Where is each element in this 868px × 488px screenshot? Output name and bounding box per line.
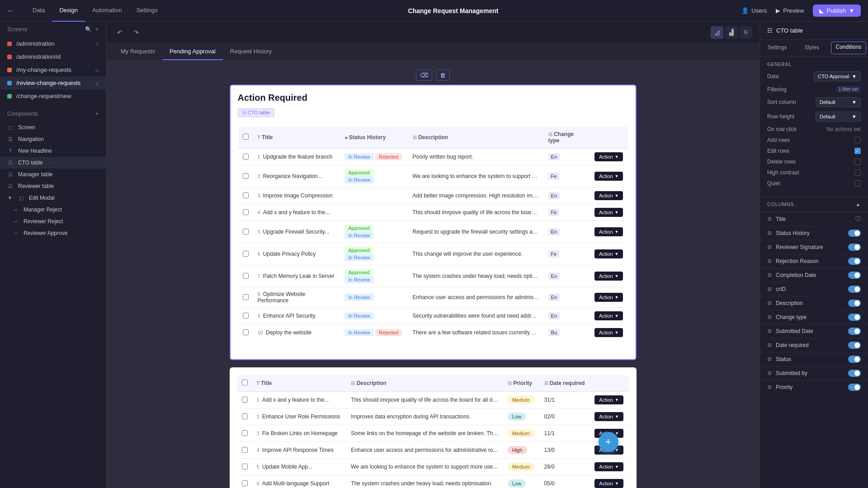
desktop-view-button[interactable]: ◿ [711,26,723,39]
sidebar-component-manager-table[interactable]: ☷ Manager table [0,169,106,180]
publish-button[interactable]: ◣ Publish ▼ [813,5,861,17]
action-button[interactable]: Action ▼ [594,328,623,337]
column-toggle[interactable] [848,300,861,307]
row-checkbox[interactable] [242,397,248,403]
redo-button[interactable]: ↷ [130,26,142,39]
row-checkbox[interactable] [242,480,248,486]
gear-icon[interactable]: ⚙ [767,384,772,390]
sort-column-select[interactable]: Default ▼ [816,97,861,107]
row-checkbox[interactable] [243,229,249,235]
duplicate-button[interactable]: ⌫ [416,70,432,81]
data-select[interactable]: CTO Approval ▼ [814,71,861,81]
sidebar-item-change-request-new[interactable]: /change-request/new [0,89,106,103]
info-icon[interactable]: ⓘ [855,215,861,223]
column-toggle[interactable] [848,342,861,349]
nav-tab-settings[interactable]: Settings [129,0,165,22]
users-button[interactable]: 👤 Users [741,7,767,14]
row-checkbox[interactable] [243,294,249,300]
page-tab-my-requests[interactable]: My Requests [113,43,162,60]
sidebar-component-manager-reject[interactable]: ─ Manager Reject [0,204,106,216]
gear-icon[interactable]: ⚙ [767,356,772,362]
row-checkbox[interactable] [243,173,249,179]
row-checkbox[interactable] [242,430,248,436]
sidebar-item-administration[interactable]: /administration ⌂ [0,37,106,50]
action-button[interactable]: Action ▼ [594,395,623,404]
high-contrast-checkbox[interactable] [854,169,861,176]
add-fab-button[interactable]: + [599,432,618,452]
row-checkbox[interactable] [243,209,249,215]
sidebar-item-my-change-requests[interactable]: /my-change-requests ⌂ [0,63,106,76]
sidebar-item-administration-id[interactable]: /administration/id [0,50,106,63]
sidebar-item-review-change-requests[interactable]: /review-change-requests ⌂ [0,76,106,89]
action-button[interactable]: Action ▼ [594,191,623,200]
column-toggle[interactable] [848,356,861,363]
page-tab-request-history[interactable]: Request History [223,43,279,60]
action-button[interactable]: Action ▼ [594,462,623,471]
gear-icon[interactable]: ⚙ [767,216,772,222]
gear-icon[interactable]: ⚙ [767,244,772,250]
action-button[interactable]: Action ▼ [594,172,623,181]
sidebar-component-cto-table[interactable]: ☷ CTO table ⋯ [0,157,106,169]
row-checkbox[interactable] [242,413,248,419]
action-button[interactable]: Action ▼ [594,311,623,320]
select-all-checkbox2[interactable] [242,380,248,385]
back-button[interactable]: ← [7,7,14,15]
add-rows-checkbox[interactable] [854,137,861,143]
sidebar-component-reviewer-reject[interactable]: ─ Reviewer Reject [0,216,106,227]
action-button[interactable]: Action ▼ [594,479,623,488]
gear-icon[interactable]: ⚙ [767,300,772,306]
row-checkbox[interactable] [243,273,249,279]
gear-icon[interactable]: ⚙ [767,370,772,376]
panel-tab-styles[interactable]: Styles [794,40,829,56]
column-toggle[interactable] [848,230,861,237]
action-button[interactable]: Action ▼ [594,249,623,258]
select-all-checkbox[interactable] [243,134,249,140]
action-button[interactable]: Action ▼ [594,208,623,217]
sidebar-component-edit-modal[interactable]: ▼ ▢ Edit Modal [0,192,106,204]
preview-button[interactable]: ▶ Preview [776,7,804,14]
panel-tab-settings[interactable]: Settings [760,40,794,56]
page-tab-pending-approval[interactable]: Pending Approval [162,43,223,60]
row-checkbox[interactable] [243,192,249,198]
edit-rows-checkbox[interactable]: ✓ [854,148,861,154]
column-toggle[interactable] [848,286,861,293]
nav-tab-automation[interactable]: Automation [85,0,129,22]
gear-icon[interactable]: ⚙ [767,328,772,334]
sidebar-component-navigation[interactable]: ☰ Navigation [0,133,106,145]
column-toggle[interactable] [848,258,861,265]
column-toggle[interactable] [848,384,861,391]
row-checkbox[interactable] [243,313,249,319]
gear-icon[interactable]: ⚙ [767,342,772,348]
column-toggle[interactable] [848,314,861,321]
column-toggle[interactable] [848,272,861,279]
action-button[interactable]: Action ▼ [594,152,623,161]
add-screen-icon[interactable]: + [95,26,99,33]
action-button[interactable]: Action ▼ [594,227,623,236]
delete-rows-checkbox[interactable] [854,159,861,165]
filter-badge[interactable]: 1 filter set [836,86,861,93]
more-icon[interactable]: ⋯ [49,160,54,166]
sidebar-component-screen[interactable]: ▢ Screen [0,122,106,133]
gear-icon[interactable]: ⚙ [767,286,772,292]
gear-icon[interactable]: ⚙ [767,314,772,320]
mobile-view-button[interactable]: ⎘ [740,26,752,39]
row-checkbox[interactable] [243,251,249,257]
nav-tab-data[interactable]: Data [25,0,52,22]
row-height-select[interactable]: Default ▼ [816,112,861,122]
sidebar-component-reviewer-table[interactable]: ☷ Reviewer table [0,180,106,192]
column-toggle[interactable] [848,370,861,377]
panel-tab-conditions[interactable]: Conditions [831,42,866,54]
action-button[interactable]: Action ▼ [594,412,623,421]
action-button[interactable]: Action ▼ [594,272,623,281]
quiet-checkbox[interactable] [854,180,861,187]
collapse-columns-icon[interactable]: ▲ [856,202,861,207]
sidebar-component-headline[interactable]: T New Headline [0,145,106,157]
delete-button[interactable]: 🗑 [436,70,450,81]
undo-button[interactable]: ↶ [113,26,126,39]
tablet-view-button[interactable]: ▟ [725,26,738,39]
row-checkbox[interactable] [242,447,248,453]
row-checkbox[interactable] [243,329,249,335]
sidebar-component-reviewer-approve[interactable]: ─ Reviewer Approve [0,227,106,239]
gear-icon[interactable]: ⚙ [767,230,772,236]
gear-icon[interactable]: ⚙ [767,258,772,264]
